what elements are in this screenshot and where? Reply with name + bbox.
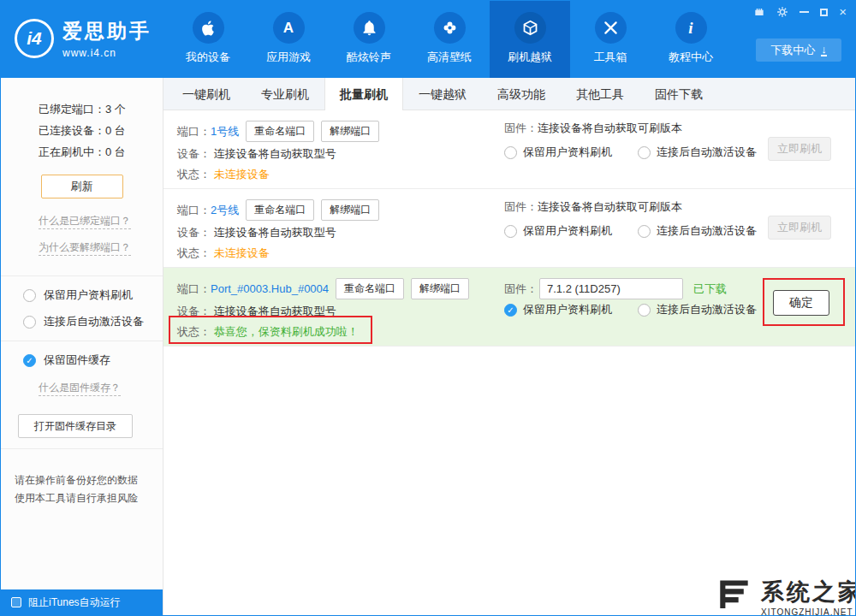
link-why-unbind-port[interactable]: 为什么要解绑端口？ — [39, 240, 131, 256]
flower-icon — [434, 12, 466, 44]
nav-label: 高清壁纸 — [427, 50, 472, 65]
flash-now-button[interactable]: 立即刷机 — [768, 216, 831, 240]
maximize-icon[interactable] — [820, 9, 828, 16]
status-value: 恭喜您，保资料刷机成功啦！ — [214, 325, 359, 338]
firmware-label: 固件： — [504, 281, 538, 297]
status-label: 状态： — [177, 246, 211, 259]
backup-warning: 请在操作前备份好您的数据 使用本工具请自行承担风险 — [1, 459, 163, 507]
port-name: 2号线 — [211, 203, 239, 218]
nav-item-toolbox[interactable]: 工具箱 — [570, 1, 651, 78]
firmware-version-select[interactable]: 7.1.2 (11D257) — [539, 278, 683, 299]
stat-flashing-devices: 正在刷机中：0 台 — [39, 141, 163, 163]
gear-icon[interactable] — [776, 6, 788, 18]
nav-label: 我的设备 — [186, 50, 230, 65]
option-keep-user-data[interactable]: 保留用户资料刷机 — [504, 145, 612, 160]
option-auto-activate[interactable]: 连接后自动激活设备 — [638, 223, 757, 239]
app-title: 爱思助手 — [62, 18, 152, 44]
tab-one-click-flash[interactable]: 一键刷机 — [167, 78, 246, 110]
main-nav: 我的设备 A 应用游戏 酷炫铃声 高清壁纸 — [168, 1, 731, 78]
nav-item-flash-jailbreak[interactable]: 刷机越狱 — [490, 1, 570, 78]
device-value: 连接设备将自动获取型号 — [214, 226, 336, 239]
info-icon: i — [675, 12, 707, 44]
jailbreak-box-icon — [514, 12, 546, 44]
status-label: 状态： — [177, 168, 211, 181]
status-value: 未连接设备 — [214, 246, 270, 259]
port-name: Port_#0003.Hub_#0004 — [211, 282, 329, 295]
status-label: 状态： — [177, 325, 211, 338]
nav-label: 酷炫铃声 — [347, 50, 391, 65]
nav-item-apps-games[interactable]: A 应用游戏 — [248, 1, 329, 78]
unbind-port-button[interactable]: 解绑端口 — [321, 121, 379, 142]
option-keep-firmware-cache[interactable]: 保留固件缓存 — [1, 352, 163, 368]
download-icon: ↓ — [821, 44, 827, 56]
radio-icon — [23, 316, 36, 329]
option-keep-user-data[interactable]: 保留用户资料刷机 — [504, 302, 612, 317]
tab-firmware-download[interactable]: 固件下载 — [639, 78, 718, 110]
block-itunes-toggle[interactable]: 阻止iTunes自动运行 — [1, 589, 163, 615]
minimize-icon[interactable] — [800, 11, 809, 13]
nav-item-tutorials[interactable]: i 教程中心 — [651, 1, 731, 78]
crossed-tools-icon — [595, 12, 627, 44]
divider — [1, 341, 163, 341]
port-label: 端口： — [177, 124, 211, 139]
nav-item-ringtones[interactable]: 酷炫铃声 — [329, 1, 409, 78]
tab-batch-flash[interactable]: 批量刷机 — [324, 78, 403, 110]
apple-icon — [193, 12, 224, 44]
status-value: 未连接设备 — [214, 168, 270, 181]
header: i4 爱思助手 www.i4.cn 我的设备 A 应用游戏 酷炫铃声 — [1, 1, 855, 78]
tab-pro-flash[interactable]: 专业刷机 — [246, 78, 324, 110]
firmware-value: 连接设备将自动获取可刷版本 — [538, 121, 682, 136]
appstore-icon: A — [273, 12, 305, 44]
confirm-button[interactable]: 确定 — [773, 290, 829, 316]
rename-port-button[interactable]: 重命名端口 — [336, 278, 404, 299]
link-what-is-bound-port[interactable]: 什么是已绑定端口？ — [39, 214, 131, 229]
radio-icon — [23, 289, 36, 302]
tab-other-tools[interactable]: 其他工具 — [561, 78, 639, 110]
port-label: 端口： — [177, 203, 211, 218]
open-firmware-cache-button[interactable]: 打开固件缓存目录 — [18, 414, 133, 438]
app-window: i4 爱思助手 www.i4.cn 我的设备 A 应用游戏 酷炫铃声 — [0, 0, 856, 616]
radio-icon — [638, 304, 651, 317]
skin-icon[interactable] — [753, 6, 765, 18]
window-controls: × — [753, 6, 847, 18]
main-area: 一键刷机 专业刷机 批量刷机 一键越狱 高级功能 其他工具 固件下载 端口： 1… — [163, 78, 855, 615]
nav-item-my-devices[interactable]: 我的设备 — [168, 1, 248, 78]
firmware-label: 固件： — [504, 121, 538, 136]
sidebar: 已绑定端口：3 个 已连接设备：0 台 正在刷机中：0 台 刷新 什么是已绑定端… — [1, 78, 163, 615]
option-keep-user-data[interactable]: 保留用户资料刷机 — [1, 287, 163, 303]
option-auto-activate[interactable]: 连接后自动激活设备 — [638, 302, 757, 317]
flash-now-button[interactable]: 立即刷机 — [768, 137, 831, 161]
link-what-is-firmware-cache[interactable]: 什么是固件缓存？ — [39, 381, 121, 396]
close-icon[interactable]: × — [839, 6, 847, 18]
tab-advanced[interactable]: 高级功能 — [482, 78, 561, 110]
unbind-port-button[interactable]: 解绑端口 — [321, 199, 379, 221]
option-keep-user-data[interactable]: 保留用户资料刷机 — [504, 223, 612, 239]
tab-bar: 一键刷机 专业刷机 批量刷机 一键越狱 高级功能 其他工具 固件下载 — [163, 78, 855, 110]
rename-port-button[interactable]: 重命名端口 — [246, 199, 314, 221]
watermark-subtitle: XITONGZHIJIA.NET — [761, 607, 856, 616]
device-label: 设备： — [177, 226, 211, 239]
tab-one-click-jailbreak[interactable]: 一键越狱 — [403, 78, 482, 110]
device-value: 连接设备将自动获取型号 — [214, 147, 336, 160]
stat-bound-ports: 已绑定端口：3 个 — [39, 98, 163, 120]
rename-port-button[interactable]: 重命名端口 — [246, 121, 314, 142]
download-center-button[interactable]: 下载中心 ↓ — [756, 38, 841, 62]
checkbox-icon — [11, 597, 21, 607]
port-row-1: 端口： 1号线 重命名端口 解绑端口 设备： 连接设备将自动获取型号 状态： 未… — [163, 110, 855, 189]
watermark: 系统之家 XITONGZHIJIA.NET — [716, 576, 856, 616]
nav-item-wallpapers[interactable]: 高清壁纸 — [409, 1, 490, 78]
option-auto-activate[interactable]: 连接后自动激活设备 — [1, 314, 163, 329]
option-auto-activate[interactable]: 连接后自动激活设备 — [638, 145, 757, 160]
refresh-button[interactable]: 刷新 — [41, 175, 123, 198]
nav-label: 工具箱 — [594, 50, 627, 65]
nav-label: 教程中心 — [669, 50, 713, 65]
radio-icon — [638, 146, 651, 159]
download-center-label: 下载中心 — [770, 43, 815, 58]
downloaded-badge: 已下载 — [693, 281, 727, 297]
unbind-port-button[interactable]: 解绑端口 — [411, 278, 469, 299]
port-name: 1号线 — [211, 124, 239, 139]
nav-label: 刷机越狱 — [508, 50, 552, 65]
stat-connected-devices: 已连接设备：0 台 — [39, 120, 163, 141]
port-stats: 已绑定端口：3 个 已连接设备：0 台 正在刷机中：0 台 — [1, 98, 163, 163]
radio-icon — [504, 146, 517, 159]
